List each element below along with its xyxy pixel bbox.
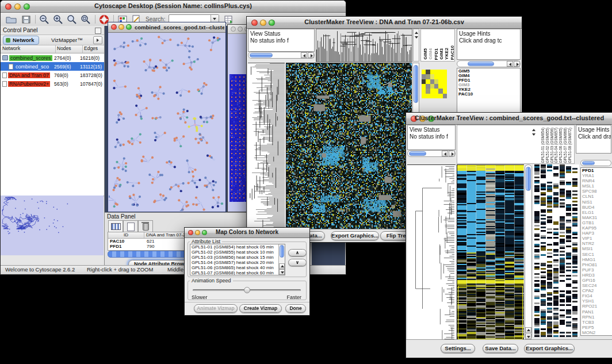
treeview2-titlebar[interactable]: ClusterMaker TreeView : combined_scores_… — [406, 113, 612, 125]
matrix-cell[interactable] — [422, 84, 426, 89]
matrix-cell[interactable] — [422, 79, 426, 84]
zoom-out-icon[interactable] — [39, 14, 51, 25]
gene-label[interactable]: NIS1 — [581, 200, 612, 205]
cytoscape-titlebar[interactable]: Cytoscape Desktop (Session Name: collins… — [1, 1, 346, 13]
speed-slider[interactable] — [193, 287, 301, 294]
network-tree-row[interactable]: DNA and Tran 07769(0)183728(0) — [1, 71, 104, 79]
move-up-button[interactable]: ∧ — [288, 249, 307, 256]
close-button[interactable] — [231, 26, 236, 32]
matrix-cell[interactable] — [443, 79, 447, 84]
matrix-cell[interactable] — [434, 94, 438, 98]
network-tree-row[interactable]: RNAPuberNov2+563(0)107847(0) — [1, 79, 104, 88]
dialog-titlebar[interactable]: Map Colors to Network — [185, 228, 309, 238]
matrix-cell[interactable] — [438, 70, 442, 74]
matrix-cell[interactable] — [434, 84, 438, 89]
network-overview-canvas[interactable] — [1, 196, 104, 255]
column-header-network[interactable]: Network — [1, 45, 56, 53]
gene-label[interactable]: MSL1 — [581, 183, 612, 189]
gene-label[interactable]: MSI1 — [581, 246, 612, 251]
matrix-cell[interactable] — [422, 70, 426, 74]
matrix-cell[interactable] — [438, 84, 442, 89]
treeview1-titlebar[interactable]: ClusterMaker TreeView : DNA and Tran 07-… — [247, 17, 522, 29]
export-graphics-button[interactable]: Export Graphics... — [331, 231, 379, 240]
gene-label[interactable]: GPI16 — [581, 278, 612, 283]
view-status-scrollbar[interactable] — [248, 52, 315, 59]
matrix-cell[interactable] — [430, 74, 434, 79]
zoom-fit-icon[interactable] — [66, 14, 79, 25]
attribute-item[interactable]: GPL51-07 (GSM868) heat shock 60 min — [190, 270, 278, 275]
close-button[interactable] — [111, 24, 117, 30]
matrix-cell[interactable] — [426, 84, 430, 89]
move-down-button[interactable]: ∨ — [288, 259, 307, 266]
matrix-cell[interactable] — [434, 70, 438, 74]
heatmap-vscrollbar[interactable] — [525, 164, 532, 340]
column-label[interactable]: GPL51-04 (GSM857) — [554, 128, 558, 163]
gene-label[interactable]: SPC98 — [581, 189, 612, 194]
gene-label[interactable]: YSH1 — [581, 298, 612, 304]
animate-vizmap-button[interactable]: Animate Vizmap — [194, 304, 238, 313]
usage-hints-scrollbar[interactable] — [457, 60, 521, 67]
gene-label[interactable]: SEC24 — [581, 283, 612, 288]
export-graphics-button[interactable]: Export Graphics... — [524, 344, 575, 353]
gene-label[interactable]: FIG4 — [581, 293, 612, 298]
gene-label[interactable]: PFD1 — [581, 168, 612, 173]
done-button[interactable]: Done — [285, 304, 306, 313]
column-label[interactable]: GIM5 — [423, 48, 428, 60]
zoom-in-icon[interactable] — [52, 14, 65, 25]
heatmap-canvas[interactable] — [457, 164, 524, 340]
save-data-button[interactable]: Save Data... — [483, 344, 518, 353]
gene-label[interactable]: RPN1 — [581, 315, 612, 320]
create-vizmap-button[interactable]: Create Vizmap — [239, 304, 282, 313]
attribute-item[interactable]: GPL51-04 (GSM857) heat shock 20 min — [190, 260, 278, 265]
gene-label[interactable]: KAP95 — [581, 225, 612, 231]
cluster-matrix[interactable] — [422, 70, 447, 98]
column-dendrogram-canvas[interactable] — [316, 29, 412, 62]
matrix-cell[interactable] — [430, 89, 434, 93]
matrix-cell[interactable] — [430, 70, 434, 74]
column-scroll-down-icon[interactable] — [532, 133, 536, 136]
gene-label[interactable]: PUF3 — [581, 267, 612, 273]
gene-label[interactable]: NTR2 — [581, 241, 612, 246]
column-label[interactable]: PAC10 — [450, 45, 455, 60]
matrix-cell[interactable] — [426, 79, 430, 84]
gene-label[interactable]: PEP5 — [581, 325, 612, 330]
delete-attr-tab-icon[interactable] — [138, 220, 153, 232]
gene-label[interactable]: HRD3 — [581, 273, 612, 278]
gene-label[interactable]: CPA2 — [581, 288, 612, 293]
matrix-cell[interactable] — [438, 74, 442, 79]
matrix-cell[interactable] — [434, 79, 438, 84]
matrix-cell[interactable] — [443, 74, 447, 79]
attribute-item[interactable]: GPL51-01 (GSM854) heat shock 05 min — [190, 244, 278, 250]
attribute-item[interactable]: GPL51-02 (GSM855) heat shock 10 min — [190, 250, 278, 255]
matrix-cell[interactable] — [426, 74, 430, 79]
column-scroll-up-icon[interactable] — [532, 129, 536, 131]
zoom-button[interactable] — [126, 24, 132, 30]
heatmap-canvas[interactable] — [286, 63, 412, 230]
matrix-cell[interactable] — [434, 89, 438, 93]
matrix-cell[interactable] — [422, 74, 426, 79]
column-header-edges[interactable]: Edges — [83, 45, 98, 53]
view-status-scrollbar[interactable] — [407, 150, 456, 157]
gene-label[interactable]: GTB1 — [581, 220, 612, 225]
secondary-heatmap-canvas[interactable] — [533, 164, 579, 337]
gene-label[interactable]: ELG1 — [581, 210, 612, 215]
network-view-canvas[interactable] — [109, 33, 225, 211]
row-dendrogram-canvas[interactable] — [407, 164, 456, 340]
matrix-cell[interactable] — [434, 74, 438, 79]
column-label[interactable]: GPL51-08 (GSM872) — [568, 128, 572, 163]
slider-thumb[interactable] — [244, 287, 250, 293]
network-tree-row[interactable]: combined_scores2764(0)16218(0) — [1, 53, 104, 62]
column-header-nodes[interactable]: Nodes — [56, 45, 83, 53]
column-label[interactable]: GPL51-06 (GSM865) — [559, 128, 563, 163]
attribute-list-scrollbar[interactable] — [278, 244, 285, 275]
gene-label[interactable]: RPO21 — [581, 304, 612, 309]
gene-label[interactable]: HAP3 — [581, 231, 612, 236]
gene-label[interactable]: MON2 — [581, 330, 612, 335]
float-panel-icon[interactable] — [95, 28, 101, 34]
gene-label[interactable]: SEC1 — [581, 252, 612, 257]
matrix-cell[interactable] — [430, 94, 434, 98]
matrix-cell[interactable] — [443, 70, 447, 74]
matrix-cell[interactable] — [443, 94, 447, 98]
network-tree-row[interactable]: combined_sco2569(6)13112(15) — [1, 62, 104, 71]
gene-list-scrollbar[interactable] — [580, 160, 611, 166]
